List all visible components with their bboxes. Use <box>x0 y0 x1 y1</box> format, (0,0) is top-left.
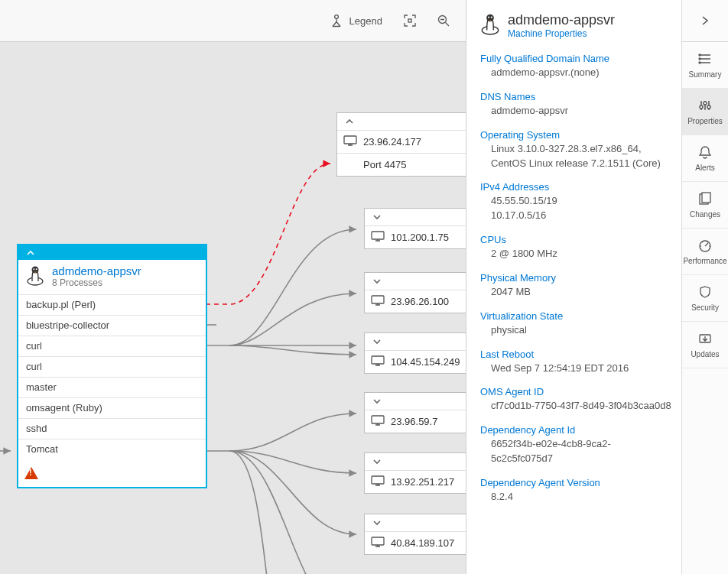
rail-tab-properties[interactable]: Properties <box>682 89 728 135</box>
property-row: Dependency Agent Version8.2.4 <box>480 477 671 504</box>
property-label: Last Reboot <box>480 349 671 360</box>
svg-rect-14 <box>372 537 384 545</box>
remote-node[interactable]: 23.96.24.177Port 4475 <box>336 112 468 177</box>
remote-port: Port 4475 <box>363 159 406 170</box>
properties-icon <box>698 99 712 114</box>
svg-point-24 <box>707 105 710 109</box>
process-item[interactable]: bluestripe-collector <box>18 316 206 336</box>
server-node-header[interactable] <box>18 245 206 260</box>
property-label: OMS Agent ID <box>480 386 671 397</box>
monitor-icon <box>371 475 385 488</box>
svg-rect-1 <box>408 19 411 22</box>
property-value: 2 @ 1800 MHz <box>480 247 671 261</box>
rail-tab-alerts[interactable]: Alerts <box>682 135 728 182</box>
monitor-icon <box>371 295 385 308</box>
chevron-down-icon <box>372 457 382 466</box>
property-label: IPv4 Addresses <box>480 181 671 193</box>
collapse-panel-button[interactable] <box>682 0 728 42</box>
property-label: Fully Qualified Domain Name <box>480 53 671 64</box>
property-value: Linux 3.10.0-327.28.3.el7.x86_64, CentOS… <box>480 142 671 171</box>
property-row: Fully Qualified Domain Nameadmdemo-appsv… <box>480 53 671 80</box>
process-item[interactable]: curl <box>18 336 206 357</box>
server-node[interactable]: admdemo-appsvr 8 Processes backup.pl (Pe… <box>17 244 207 488</box>
remote-ip: 13.92.251.217 <box>391 476 454 488</box>
process-item[interactable]: curl <box>18 357 206 378</box>
remote-ip-row: 23.96.24.177 <box>337 131 467 153</box>
legend-icon <box>330 14 343 28</box>
alerts-icon <box>698 145 712 161</box>
dependency-map-canvas[interactable]: admdemo-appsvr 8 Processes backup.pl (Pe… <box>0 41 491 574</box>
fit-to-screen-icon <box>404 15 416 27</box>
property-label: CPUs <box>480 234 671 245</box>
rail-tab-label: Summary <box>689 70 722 79</box>
rail-tab-summary[interactable]: Summary <box>682 42 728 89</box>
svg-rect-26 <box>702 193 710 203</box>
svg-point-20 <box>699 58 700 60</box>
remote-toggle[interactable] <box>337 113 467 131</box>
remote-ip: 40.84.189.107 <box>391 537 454 549</box>
monitor-icon <box>371 231 385 244</box>
warning-row <box>18 459 206 487</box>
chevron-right-icon <box>700 15 710 26</box>
process-item[interactable]: Tomcat <box>18 439 206 459</box>
process-item[interactable]: backup.pl (Perl) <box>18 295 206 316</box>
property-value: admdemo-appsvr <box>480 104 671 118</box>
process-list: backup.pl (Perl)bluestripe-collectorcurl… <box>18 294 206 459</box>
svg-rect-13 <box>372 476 384 484</box>
property-row: Dependency Agent Id6652f34b-e02e-4cb8-9c… <box>480 424 671 466</box>
zoom-out-button[interactable] <box>437 15 450 27</box>
details-subtitle: Machine Properties <box>508 28 615 39</box>
monitor-icon <box>371 537 385 550</box>
updates-icon <box>698 332 712 347</box>
rail-tab-updates[interactable]: Updates <box>682 322 728 368</box>
rail-tab-label: Security <box>691 303 719 312</box>
rail-tab-label: Changes <box>690 210 720 219</box>
property-label: Virtualization State <box>480 310 671 322</box>
process-item[interactable]: omsagent (Ruby) <box>18 398 206 419</box>
chevron-down-icon <box>372 277 382 286</box>
fit-to-screen-button[interactable] <box>404 15 416 27</box>
server-subtitle: 8 Processes <box>52 277 141 288</box>
property-value: physical <box>480 323 671 338</box>
property-row: OMS Agent IDcf7c0d1b-7750-43f7-8d49-3f04… <box>480 386 671 413</box>
chevron-up-icon <box>26 248 35 258</box>
legend-label: Legend <box>349 15 382 27</box>
svg-rect-12 <box>372 416 384 423</box>
summary-icon <box>698 52 712 67</box>
property-value: 45.55.50.15/19 10.17.0.5/16 <box>480 194 671 223</box>
rail-tab-label: Performance <box>683 257 726 265</box>
property-row: Last RebootWed Sep 7 12:54:19 EDT 2016 <box>480 349 671 376</box>
side-rail: SummaryPropertiesAlertsChangesPerformanc… <box>681 0 728 574</box>
property-value: cf7c0d1b-7750-43f7-8d49-3f04b3caa0d8 <box>480 399 671 413</box>
svg-point-6 <box>33 268 34 270</box>
property-row: Virtualization Statephysical <box>480 310 671 338</box>
property-value: admdemo-appsvr.(none) <box>480 66 671 80</box>
property-row: DNS Namesadmdemo-appsvr <box>480 91 671 118</box>
property-label: Physical Memory <box>480 272 671 284</box>
linux-icon <box>480 12 500 37</box>
chevron-down-icon <box>372 518 382 527</box>
legend-button[interactable]: Legend <box>330 14 382 28</box>
svg-rect-11 <box>372 356 384 364</box>
rail-tab-label: Properties <box>687 117 723 125</box>
warning-icon[interactable] <box>24 467 38 479</box>
zoom-out-icon <box>437 15 450 27</box>
svg-point-19 <box>699 54 700 56</box>
process-item[interactable]: sshd <box>18 419 206 439</box>
chevron-down-icon <box>372 397 382 406</box>
svg-point-7 <box>36 268 37 270</box>
linux-icon <box>26 264 44 288</box>
rail-tab-security[interactable]: Security <box>682 275 728 322</box>
rail-tab-changes[interactable]: Changes <box>682 182 728 229</box>
machine-properties-panel: admdemo-appsvr Machine Properties Fully … <box>466 0 682 574</box>
process-item[interactable]: master <box>18 378 206 398</box>
property-row: CPUs2 @ 1800 MHz <box>480 234 671 261</box>
property-value: 2047 MB <box>480 285 671 300</box>
rail-tab-performance[interactable]: Performance <box>682 229 728 275</box>
remote-port-row: Port 4475 <box>337 153 467 176</box>
svg-point-22 <box>700 105 703 109</box>
property-row: IPv4 Addresses45.55.50.15/19 10.17.0.5/1… <box>480 181 671 223</box>
remote-ip: 23.96.59.7 <box>391 416 437 427</box>
svg-point-18 <box>491 17 492 18</box>
svg-rect-9 <box>372 232 384 239</box>
